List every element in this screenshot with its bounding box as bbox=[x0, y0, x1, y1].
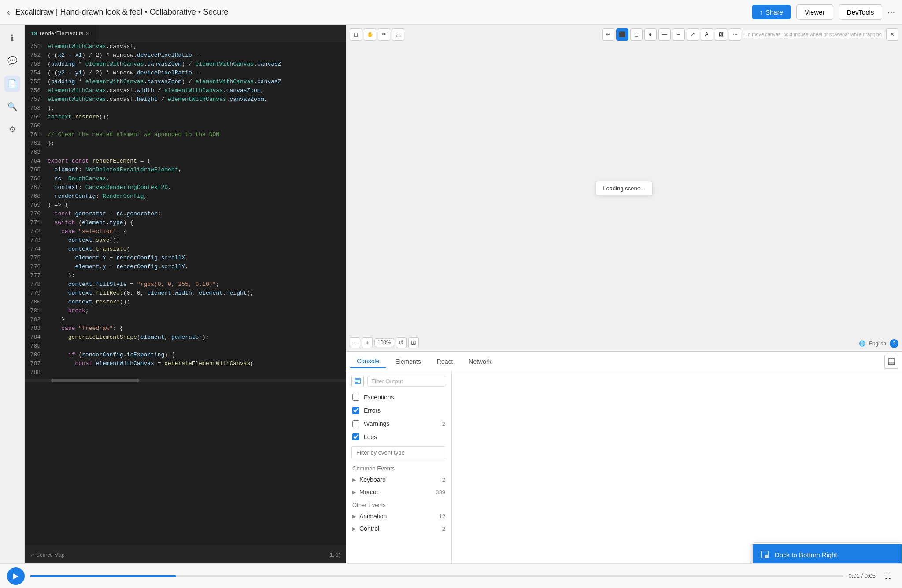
preview-tool-circle[interactable]: ● bbox=[644, 28, 657, 41]
preview-tool-image[interactable]: 🖼 bbox=[715, 28, 727, 41]
devtools-content: Filter Output Exceptions Errors Warnings bbox=[346, 371, 902, 563]
code-line: 765 element: NonDeletedExcalidrawElement… bbox=[25, 166, 346, 174]
code-line: 761 // Clear the nested element we appen… bbox=[25, 130, 346, 139]
progress-track[interactable] bbox=[30, 575, 843, 577]
keyboard-label: Keyboard bbox=[359, 476, 386, 483]
source-map-label: Source Map bbox=[36, 552, 65, 558]
code-line: 752 (-(x2 - x1) / 2) * window.devicePixe… bbox=[25, 51, 346, 60]
sidebar-item-search[interactable]: 🔍 bbox=[4, 99, 20, 115]
tab-console[interactable]: Console bbox=[350, 355, 386, 368]
code-line: 758 ); bbox=[25, 104, 346, 113]
line-number: 784 bbox=[25, 333, 48, 342]
warnings-checkbox[interactable] bbox=[352, 420, 359, 427]
devtools-layout-button[interactable] bbox=[884, 355, 898, 369]
code-line: 762 }; bbox=[25, 139, 346, 148]
zoom-level: 100% bbox=[374, 338, 394, 347]
code-footer: ↗ Source Map (1, 1) bbox=[25, 546, 346, 563]
zoom-plus-button[interactable]: + bbox=[362, 337, 373, 348]
preview-tool-line1[interactable]: — bbox=[658, 28, 671, 41]
dock-bottom-right-label: Dock to Bottom Right bbox=[775, 551, 837, 558]
line-number: 752 bbox=[25, 51, 48, 60]
preview-tool-undo[interactable]: ↩ bbox=[602, 28, 614, 41]
play-button[interactable]: ▶ bbox=[7, 567, 25, 585]
code-line: 768 renderConfig: RenderConfig, bbox=[25, 192, 346, 201]
filter-output-input[interactable]: Filter Output bbox=[367, 376, 446, 387]
line-number: 778 bbox=[25, 280, 48, 289]
code-line: 777 ); bbox=[25, 271, 346, 280]
back-button[interactable]: ‹ bbox=[7, 7, 10, 17]
sidebar-item-settings[interactable]: ⚙ bbox=[4, 122, 20, 137]
zoom-minus-button[interactable]: − bbox=[350, 337, 360, 348]
code-line: 776 element.y + renderConfig.scrollY, bbox=[25, 263, 346, 271]
sidebar-item-chat[interactable]: 💬 bbox=[4, 53, 20, 69]
line-number: 787 bbox=[25, 359, 48, 368]
sidebar-item-info[interactable]: ℹ bbox=[4, 30, 20, 46]
svg-rect-4 bbox=[765, 555, 768, 558]
preview-tool-arrow[interactable]: ↗ bbox=[687, 28, 699, 41]
line-number: 751 bbox=[25, 42, 48, 51]
zoom-controls: − + 100% ↺ ⊞ bbox=[350, 337, 419, 348]
errors-checkbox[interactable] bbox=[352, 407, 359, 414]
sidebar-item-document[interactable]: 📄 bbox=[4, 76, 20, 92]
code-line: 757 elementWithCanvas.canvas!.height / e… bbox=[25, 95, 346, 104]
devtools-tabs: Console Elements React Network bbox=[346, 352, 902, 371]
preview-tool-more[interactable]: ⬚ bbox=[392, 28, 404, 41]
code-line: 766 rc: RoughCanvas, bbox=[25, 174, 346, 183]
event-row-animation[interactable]: ▶ Animation 12 bbox=[346, 510, 451, 522]
code-line: 760 bbox=[25, 122, 346, 130]
preview-tool-extra[interactable]: ⋯ bbox=[729, 28, 741, 41]
zoom-reset-button[interactable]: ↺ bbox=[396, 337, 407, 348]
other-events-label: Other Events bbox=[346, 498, 451, 510]
fullscreen-button[interactable]: ⛶ bbox=[881, 569, 895, 583]
source-map-link[interactable]: ↗ Source Map bbox=[30, 552, 65, 558]
language-selector[interactable]: 🌐 English ? bbox=[859, 339, 898, 348]
code-line: 751 elementWithCanvas.canvas!, bbox=[25, 42, 346, 51]
filter-event-input[interactable] bbox=[351, 446, 446, 459]
help-icon[interactable]: ? bbox=[890, 339, 898, 348]
line-number: 759 bbox=[25, 113, 48, 122]
preview-tool-line2[interactable]: – bbox=[673, 28, 685, 41]
devtools-button[interactable]: DevTools bbox=[839, 4, 883, 20]
code-line: 771 switch (element.type) { bbox=[25, 218, 346, 227]
event-row-mouse[interactable]: ▶ Mouse 339 bbox=[346, 486, 451, 498]
animation-label: Animation bbox=[359, 513, 387, 520]
logs-checkbox[interactable] bbox=[352, 433, 359, 440]
code-line: 770 const generator = rc.generator; bbox=[25, 210, 346, 218]
event-row-keyboard[interactable]: ▶ Keyboard 2 bbox=[346, 473, 451, 486]
more-button[interactable]: ··· bbox=[887, 7, 895, 17]
zoom-fit-button[interactable]: ⊞ bbox=[408, 337, 419, 348]
viewer-button[interactable]: Viewer bbox=[796, 4, 833, 20]
tab-close-icon[interactable]: × bbox=[86, 30, 89, 37]
line-number: 769 bbox=[25, 201, 48, 210]
line-number: 781 bbox=[25, 307, 48, 315]
preview-close-icon[interactable]: ✕ bbox=[886, 28, 898, 41]
filter-output-row: Filter Output bbox=[346, 371, 451, 391]
event-row-control[interactable]: ▶ Control 2 bbox=[346, 522, 451, 535]
code-line: 755 (padding * elementWithCanvas.canvasZ… bbox=[25, 78, 346, 86]
line-number: 765 bbox=[25, 166, 48, 174]
exceptions-checkbox[interactable] bbox=[352, 394, 359, 401]
tab-react[interactable]: React bbox=[430, 355, 460, 368]
preview-tool-text[interactable]: A bbox=[701, 28, 713, 41]
code-line: 783 case "freedraw": { bbox=[25, 324, 346, 333]
filter-toggle-button[interactable] bbox=[351, 375, 364, 387]
preview-tool-cursor[interactable]: ◻ bbox=[350, 28, 362, 41]
preview-tool-rect[interactable]: ◻ bbox=[630, 28, 643, 41]
tab-network[interactable]: Network bbox=[462, 355, 498, 368]
dock-bottom-right-option[interactable]: Dock to Bottom Right bbox=[753, 544, 902, 563]
code-tab-render-element[interactable]: TS renderElement.ts × bbox=[25, 25, 96, 42]
share-button[interactable]: ↑ Share bbox=[752, 5, 791, 19]
code-line: 785 bbox=[25, 342, 346, 351]
code-line: 778 context.fillStyle = "rgba(0, 0, 255,… bbox=[25, 280, 346, 289]
preview-tool-hand[interactable]: ✋ bbox=[364, 28, 376, 41]
keyboard-count: 2 bbox=[442, 477, 445, 483]
line-number: 766 bbox=[25, 174, 48, 183]
dock-dropdown: Dock to Bottom Right Dock to Left bbox=[752, 542, 902, 563]
code-editor[interactable]: 751 elementWithCanvas.canvas!, 752 (-(x2… bbox=[25, 42, 346, 546]
preview-tool-select[interactable]: ⬛ bbox=[616, 28, 628, 41]
main-area: ℹ 💬 📄 🔍 ⚙ TS renderElement.ts × 751 elem… bbox=[0, 25, 902, 563]
code-line: 787 const elementWithCanvas = generateEl… bbox=[25, 359, 346, 368]
preview-tool-pencil[interactable]: ✏ bbox=[378, 28, 390, 41]
code-line: 773 context.save(); bbox=[25, 236, 346, 245]
tab-elements[interactable]: Elements bbox=[388, 355, 428, 368]
